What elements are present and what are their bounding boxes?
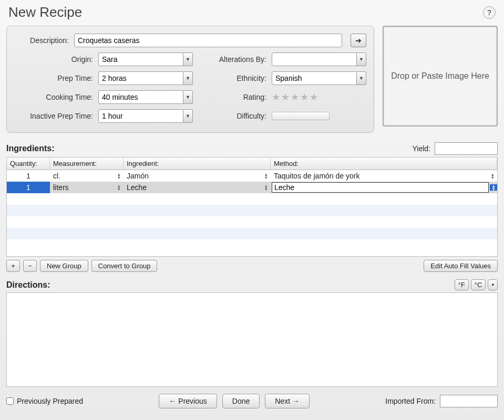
add-ingredient-button[interactable]: +: [6, 260, 20, 272]
done-button[interactable]: Done: [222, 394, 260, 408]
cell-measurement[interactable]: cl.: [50, 170, 124, 182]
table-row[interactable]: [7, 228, 497, 239]
ethnicity-combo[interactable]: ▼: [272, 71, 366, 85]
remove-ingredient-button[interactable]: −: [23, 260, 37, 272]
inactive-prep-input[interactable]: [98, 109, 183, 123]
stepper-icon[interactable]: [118, 184, 120, 191]
label-alterations: Alterations By:: [198, 55, 266, 64]
directions-textarea[interactable]: [6, 292, 498, 387]
image-drop-label: Drop or Paste Image Here: [391, 71, 489, 81]
th-method[interactable]: Method:: [271, 158, 497, 170]
image-drop-zone[interactable]: Drop or Paste Image Here: [383, 26, 498, 127]
previously-prepared-label: Previously Prepared: [17, 397, 83, 405]
fahrenheit-button[interactable]: °F: [455, 279, 469, 290]
description-go-button[interactable]: ➔: [351, 34, 366, 47]
convert-to-group-button[interactable]: Convert to Group: [91, 260, 158, 272]
ingredients-table: Quantity: Measurement: Ingredient: Metho…: [6, 157, 498, 257]
table-row[interactable]: [7, 216, 497, 228]
chevron-down-icon[interactable]: ▼: [357, 52, 366, 66]
arrow-right-icon: ➔: [355, 36, 362, 45]
inactive-prep-combo[interactable]: ▼: [98, 109, 193, 123]
ingredients-heading: Ingredients:: [6, 144, 55, 153]
cooking-time-input[interactable]: [98, 90, 183, 104]
chevron-down-icon[interactable]: ▼: [183, 109, 193, 123]
label-inactive-prep: Inactive Prep Time:: [14, 112, 93, 120]
label-difficulty: Difficulty:: [198, 112, 266, 120]
previous-button[interactable]: ← Previous: [159, 394, 217, 408]
cell-measurement[interactable]: liters: [50, 182, 124, 193]
label-imported-from: Imported From:: [385, 397, 436, 405]
label-ethnicity: Ethnicity:: [198, 74, 266, 82]
new-group-button[interactable]: New Group: [40, 260, 88, 272]
celsius-button[interactable]: °C: [471, 279, 486, 290]
table-row[interactable]: [7, 239, 497, 251]
label-rating: Rating:: [198, 93, 266, 101]
stepper-icon[interactable]: [491, 173, 494, 179]
cell-quantity[interactable]: 1: [7, 170, 50, 182]
th-quantity[interactable]: Quantity:: [7, 158, 50, 170]
label-cooking-time: Cooking Time:: [14, 93, 93, 101]
table-row[interactable]: [7, 193, 497, 205]
cell-method[interactable]: Taquitos de jamón de york: [271, 170, 497, 182]
description-input[interactable]: [74, 34, 342, 47]
chevron-down-icon[interactable]: ▼: [183, 71, 193, 85]
th-ingredient[interactable]: Ingredient:: [124, 158, 271, 170]
difficulty-slider[interactable]: [272, 112, 330, 120]
help-button[interactable]: ?: [483, 6, 496, 19]
imported-from-input[interactable]: [440, 395, 498, 407]
alterations-combo[interactable]: ▼: [272, 52, 366, 66]
ethnicity-input[interactable]: [272, 71, 357, 85]
directions-heading: Directions:: [6, 280, 50, 290]
cell-method[interactable]: [271, 182, 497, 193]
table-header: Quantity: Measurement: Ingredient: Metho…: [7, 158, 497, 170]
chevron-down-icon[interactable]: ▼: [183, 90, 193, 104]
table-row[interactable]: 1 cl. Jamón Taquitos de jamón de york: [7, 170, 497, 182]
origin-combo[interactable]: ▼: [98, 52, 193, 66]
previously-prepared-input[interactable]: [6, 397, 14, 405]
next-button[interactable]: Next →: [265, 394, 310, 408]
prep-time-input[interactable]: [98, 71, 183, 85]
page-title: New Recipe: [8, 4, 82, 20]
chevron-down-icon[interactable]: ▼: [357, 71, 366, 85]
cell-quantity[interactable]: 1: [7, 182, 50, 193]
th-measurement[interactable]: Measurement:: [50, 158, 124, 170]
recipe-form-panel: Description: ➔ Origin: ▼ Alterations By:…: [6, 26, 374, 133]
table-row[interactable]: [7, 205, 497, 216]
origin-input[interactable]: [98, 52, 183, 66]
label-description: Description:: [14, 36, 69, 45]
rating-stars[interactable]: ★★★★★: [272, 91, 366, 103]
stepper-icon[interactable]: [265, 173, 268, 179]
cell-ingredient[interactable]: Jamón: [124, 170, 271, 182]
method-edit-input[interactable]: [272, 182, 489, 193]
cell-ingredient[interactable]: Leche: [124, 182, 271, 193]
previously-prepared-checkbox[interactable]: Previously Prepared: [6, 397, 83, 405]
label-yield: Yield:: [412, 144, 430, 153]
bullet-button[interactable]: •: [488, 279, 498, 290]
stepper-icon[interactable]: [265, 184, 268, 191]
alterations-input[interactable]: [272, 52, 357, 66]
stepper-icon[interactable]: [490, 184, 497, 191]
label-origin: Origin:: [14, 55, 93, 64]
stepper-icon[interactable]: [118, 173, 120, 179]
cooking-time-combo[interactable]: ▼: [98, 90, 193, 104]
yield-input[interactable]: [435, 142, 498, 155]
table-row[interactable]: 1 liters Leche: [7, 182, 497, 193]
chevron-down-icon[interactable]: ▼: [183, 52, 193, 66]
edit-autofill-button[interactable]: Edit Auto Fill Values: [424, 260, 498, 272]
label-prep-time: Prep Time:: [14, 74, 93, 82]
prep-time-combo[interactable]: ▼: [98, 71, 193, 85]
